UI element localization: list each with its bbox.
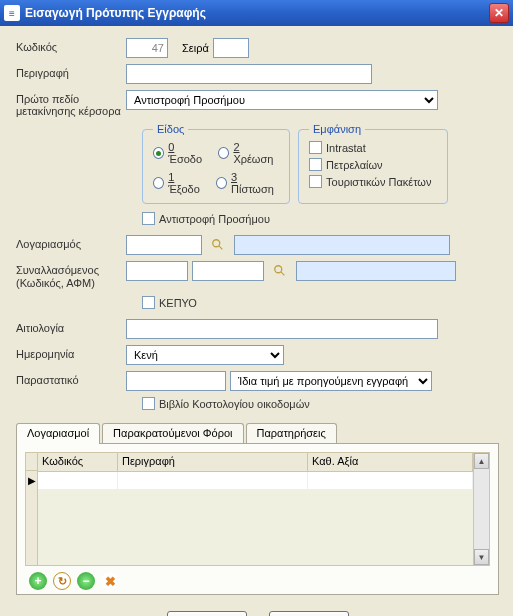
radio-icon [153, 147, 164, 159]
series-label: Σειρά [182, 42, 209, 54]
code-input[interactable] [126, 38, 168, 58]
grid-rowmarker: ▶ [26, 453, 38, 565]
radio-icon [153, 177, 164, 189]
kepyo-check[interactable]: ΚΕΠΥΟ [142, 296, 499, 309]
grid-col-desc[interactable]: Περιγραφή [118, 453, 308, 471]
table-row[interactable] [38, 472, 473, 490]
titlebar: ≡ Εισαγωγή Πρότυπης Εγγραφής ✕ [0, 0, 513, 26]
checkbox-icon [142, 212, 155, 225]
grid-header: Κωδικός Περιγραφή Καθ. Αξία [38, 453, 473, 472]
type-fieldset: Είδος 0 Έσοδο 2 Χρέωση 1 Έξοδο 3 [142, 123, 290, 204]
window-title: Εισαγωγή Πρότυπης Εγγραφής [25, 6, 489, 20]
type-radio-0[interactable]: 0 Έσοδο [153, 141, 208, 165]
type-legend: Είδος [153, 123, 188, 135]
counterparty-label: Συναλλασόμενος (Κωδικός, ΑΦΜ) [16, 261, 126, 290]
date-label: Ημερομηνία [16, 345, 126, 360]
ok-button[interactable]: OK [167, 611, 247, 616]
close-button[interactable]: ✕ [489, 3, 509, 23]
appearance-tourism[interactable]: Τουριστικών Πακέτων [309, 175, 437, 188]
appearance-fieldset: Εμφάνιση Intrastat Πετρελαίων Τουριστικώ… [298, 123, 448, 204]
grid-toolbar: + ↻ − ✖ [25, 572, 490, 590]
grid-col-code[interactable]: Κωδικός [38, 453, 118, 471]
checkbox-icon [309, 158, 322, 171]
refresh-icon[interactable]: ↻ [53, 572, 71, 590]
tab-taxes[interactable]: Παρακρατούμενοι Φόροι [102, 423, 243, 444]
appearance-oil[interactable]: Πετρελαίων [309, 158, 437, 171]
counterparty-display [296, 261, 456, 281]
appearance-legend: Εμφάνιση [309, 123, 365, 135]
counterparty-code-input[interactable] [126, 261, 188, 281]
checkbox-icon [142, 397, 155, 410]
tab-accounts[interactable]: Λογαριασμοί [16, 423, 100, 444]
add-icon[interactable]: + [29, 572, 47, 590]
checkbox-icon [309, 141, 322, 154]
voucher-select[interactable]: Ίδια τιμή με προηγούμενη εγγραφή [230, 371, 432, 391]
svg-point-0 [213, 240, 220, 247]
buildingcost-check[interactable]: Βιβλίο Κοστολογίου οικοδομών [142, 397, 499, 410]
code-label: Κωδικός [16, 38, 126, 53]
svg-point-2 [275, 266, 282, 273]
type-radio-1[interactable]: 1 Έξοδο [153, 171, 206, 195]
type-radio-3[interactable]: 3 Πίστωση [216, 171, 279, 195]
date-select[interactable]: Κενή [126, 345, 284, 365]
tab-panel: ▶ Κωδικός Περιγραφή Καθ. Αξία ▲ [16, 443, 499, 595]
checkbox-icon [142, 296, 155, 309]
remove-icon[interactable]: − [77, 572, 95, 590]
svg-line-3 [281, 272, 285, 276]
sign-reversal-check[interactable]: Αντιστροφή Προσήμου [142, 212, 499, 225]
grid-col-net[interactable]: Καθ. Αξία [308, 453, 473, 471]
app-icon: ≡ [4, 5, 20, 21]
appearance-intrastat[interactable]: Intrastat [309, 141, 437, 154]
tab-notes[interactable]: Παρατηρήσεις [246, 423, 337, 444]
account-input[interactable] [126, 235, 202, 255]
counterparty-vat-input[interactable] [192, 261, 264, 281]
tabs: Λογαριασμοί Παρακρατούμενοι Φόροι Παρατη… [16, 422, 499, 443]
scrollbar-vertical[interactable]: ▲ ▼ [473, 453, 489, 565]
series-input[interactable] [213, 38, 249, 58]
firstfield-select[interactable]: Αντιστροφή Προσήμου [126, 90, 438, 110]
account-label: Λογαριασμός [16, 235, 126, 250]
description-input[interactable] [126, 64, 372, 84]
radio-icon [216, 177, 227, 189]
type-radio-2[interactable]: 2 Χρέωση [218, 141, 279, 165]
current-row-indicator: ▶ [26, 471, 37, 489]
description-label: Περιγραφή [16, 64, 126, 79]
justification-label: Αιτιολογία [16, 319, 126, 334]
voucher-label: Παραστατικό [16, 371, 126, 386]
account-display [234, 235, 450, 255]
cancel-button[interactable]: Άκυρο [269, 611, 349, 616]
delete-icon[interactable]: ✖ [101, 572, 119, 590]
voucher-input[interactable] [126, 371, 226, 391]
grid[interactable]: ▶ Κωδικός Περιγραφή Καθ. Αξία ▲ [25, 452, 490, 566]
search-icon[interactable] [272, 263, 288, 279]
scroll-up-icon[interactable]: ▲ [474, 453, 489, 469]
scroll-down-icon[interactable]: ▼ [474, 549, 489, 565]
checkbox-icon [309, 175, 322, 188]
svg-line-1 [219, 246, 223, 250]
firstfield-label: Πρώτο πεδίο μετακίνησης κέρσορα [16, 90, 126, 117]
radio-icon [218, 147, 229, 159]
justification-input[interactable] [126, 319, 438, 339]
search-icon[interactable] [210, 237, 226, 253]
